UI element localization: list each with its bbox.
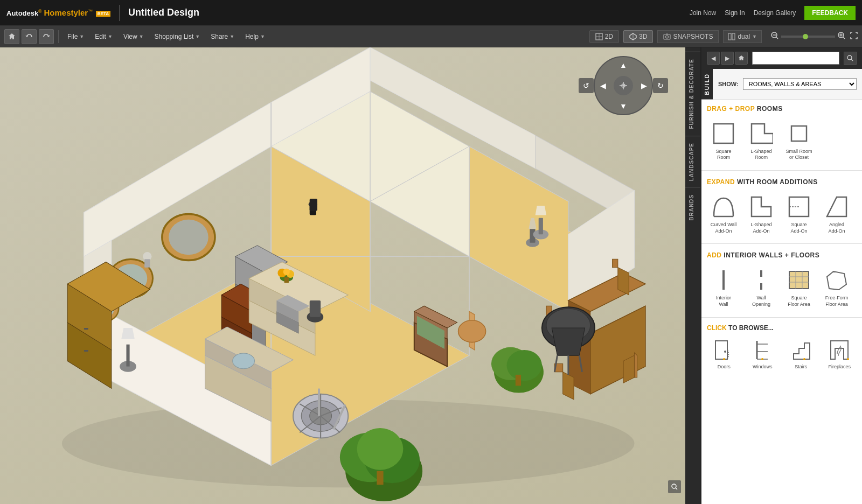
nav-left-btn[interactable]: ◀ [596,79,609,92]
drag-drop-title: DRAG + DROP ROOMS [707,105,857,113]
svg-marker-96 [552,328,585,355]
svg-point-103 [357,428,404,470]
canvas-area[interactable]: ↺ ↻ ▲ ▼ ◀ ▶ [0,47,685,504]
doors-browse-item[interactable]: Doors [709,336,739,372]
sq-floor-item[interactable]: SquareFloor Area [782,264,816,310]
panel-search-button[interactable] [844,52,857,65]
small-room-item[interactable]: Small Roomor Closet [782,118,816,164]
feedback-button[interactable]: FEEDBACK [804,6,856,20]
undo-btn[interactable] [22,29,37,44]
interior-wall-item[interactable]: InteriorWall [707,264,740,310]
nav-down-btn[interactable]: ▼ [617,100,630,113]
divider-1 [701,170,862,171]
windows-browse-item[interactable]: Windows [747,336,777,372]
toolbar-sep-1 [58,30,59,43]
sign-in-link[interactable]: Sign In [725,9,745,17]
join-now-link[interactable]: Join Now [690,9,716,17]
curved-wall-item[interactable]: Curved WallAdd-On [707,191,740,237]
expand-title: EXPAND WITH ROOM ADDITIONS [707,178,857,186]
svg-point-107 [506,350,541,381]
svg-rect-122 [144,259,150,267]
svg-point-130 [672,484,676,488]
small-room-label: Small Roomor Closet [785,149,812,161]
browse-title: CLICK TO BROWSE... [707,324,857,332]
shopping-list-menu[interactable]: Shopping List▼ [150,31,205,43]
zoom-plus-icon[interactable] [837,31,846,42]
rotate-right-btn[interactable]: ↻ [653,78,668,93]
build-show-row: BUILD SHOW: ROOMS, WALLS & AREAS [701,69,862,100]
svg-point-132 [847,55,852,60]
share-menu[interactable]: Share▼ [206,31,239,43]
canvas-search-btn[interactable] [668,480,681,493]
svg-point-164 [847,358,849,360]
redo-btn[interactable] [39,29,54,44]
autodesk-logo: Autodesk® Homestyler™ BETA [6,8,110,17]
free-floor-item[interactable]: Free-FormFloor Area [820,264,853,310]
free-floor-icon [823,267,851,293]
rooms-grid: SquareRoom L-ShapedRoom Small Roomor Clo… [707,118,857,164]
show-select[interactable]: ROOMS, WALLS & AREAS [743,78,857,90]
svg-line-11 [776,37,778,39]
snapshots-btn[interactable]: SNAPSHOTS [657,30,719,43]
fireplaces-browse-item[interactable]: Fireplaces [824,336,854,372]
help-menu[interactable]: Help▼ [241,31,269,43]
interior-wall-label: InteriorWall [716,295,731,307]
svg-rect-125 [539,218,543,235]
stairs-browse-item[interactable]: Stairs [786,336,816,372]
square-room-item[interactable]: SquareRoom [707,118,740,164]
home-icon-btn[interactable] [4,29,19,44]
fullscreen-btn[interactable] [850,32,858,41]
l-add-item[interactable]: L-ShapedAdd-On [745,191,778,237]
square-add-item[interactable]: SquareAdd-On [782,191,816,237]
svg-marker-150 [827,271,846,290]
view-3d-btn[interactable]: 3D [623,30,653,43]
nav-center-btn[interactable] [614,76,633,95]
svg-rect-43 [84,328,88,330]
svg-rect-61 [310,300,321,317]
angled-add-item[interactable]: AngledAdd-On [820,191,853,237]
rotate-left-btn[interactable]: ↺ [579,78,594,93]
svg-point-39 [169,220,208,255]
zoom-bar [770,31,858,42]
panel-home-btn[interactable] [735,52,748,65]
toolbar-right: 2D 3D SNAPSHOTS dual ▼ [589,30,858,43]
svg-rect-104 [377,471,383,485]
small-room-icon [785,121,813,146]
svg-point-153 [723,358,725,360]
tab-furnish-decorate[interactable]: FURNISH & DECORATE [685,52,700,136]
dual-view-btn[interactable]: dual ▼ [723,30,762,43]
design-gallery-link[interactable]: Design Gallery [754,9,796,17]
divider-3 [701,317,862,318]
panel-search-input[interactable] [752,52,839,65]
svg-marker-163 [831,341,848,359]
wall-opening-item[interactable]: WallOpening [745,264,778,310]
interior-title: ADD INTERIOR WALLS + FLOORS [707,251,857,259]
svg-marker-141 [827,197,846,216]
top-right-nav: Join Now Sign In Design Gallery FEEDBACK [690,6,856,20]
edit-menu[interactable]: Edit▼ [91,31,117,43]
zoom-slider[interactable] [781,36,835,38]
angled-add-icon [823,194,851,220]
fireplace-icon [826,338,852,362]
file-menu[interactable]: File▼ [63,31,88,43]
svg-marker-82 [590,306,645,394]
zoom-minus-icon[interactable] [770,31,779,42]
expand-section: EXPAND WITH ROOM ADDITIONS Curved WallAd… [701,173,862,241]
l-add-label: L-ShapedAdd-On [750,222,771,234]
panel-back-btn[interactable]: ◀ [707,52,720,65]
tab-brands[interactable]: BRANDS [685,187,700,227]
nav-up-btn[interactable]: ▲ [617,59,630,72]
l-shaped-room-item[interactable]: L-ShapedRoom [745,118,778,164]
sq-floor-icon [785,267,813,293]
l-shaped-room-icon [747,121,775,146]
svg-rect-145 [789,271,809,289]
svg-line-133 [851,59,853,61]
nav-right-btn[interactable]: ▶ [637,79,650,92]
svg-marker-135 [752,124,773,143]
panel-forward-btn[interactable]: ▶ [721,52,734,65]
top-bar: Autodesk® Homestyler™ BETA Untitled Desi… [0,0,862,26]
navigation-control[interactable]: ↺ ↻ ▲ ▼ ◀ ▶ [594,56,653,115]
tab-landscape[interactable]: LANDSCAPE [685,136,700,187]
view-2d-btn[interactable]: 2D [589,30,619,43]
view-menu[interactable]: View▼ [119,31,148,43]
